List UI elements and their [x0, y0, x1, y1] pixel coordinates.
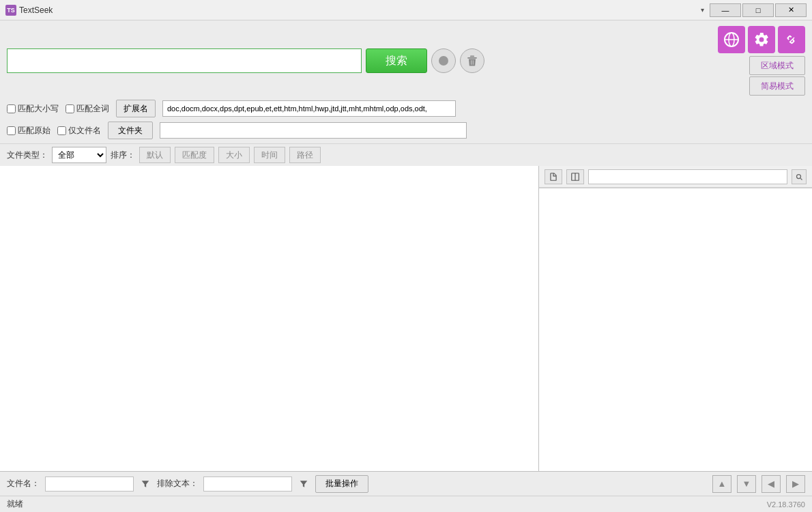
results-next-button[interactable]: ▼: [737, 475, 756, 493]
sort-default-button[interactable]: 默认: [139, 147, 171, 163]
stop-icon: [439, 56, 448, 66]
preview-next-button[interactable]: ▶: [786, 475, 805, 493]
link-icon: [783, 31, 800, 48]
folder-button[interactable]: 文件夹: [108, 122, 153, 139]
right-panel-controls: 区域模式 简易模式: [718, 26, 805, 96]
preview-search-input[interactable]: [588, 169, 787, 184]
exclude-filter-icon[interactable]: [298, 478, 310, 490]
search-input[interactable]: [7, 48, 362, 73]
settings-icon-button[interactable]: [748, 26, 775, 53]
exclude-text-input[interactable]: [203, 477, 292, 492]
preview-prev-button[interactable]: ◀: [762, 475, 781, 493]
preview-toolbar: [539, 166, 812, 188]
batch-operation-button[interactable]: 批量操作: [315, 475, 368, 493]
simple-mode-button[interactable]: 简易模式: [749, 76, 805, 96]
match-whole-word-checkbox[interactable]: [66, 104, 74, 113]
new-document-button[interactable]: [545, 169, 562, 184]
status-bar: 就绪 V2.18.3760: [0, 496, 812, 512]
maximize-button[interactable]: □: [742, 3, 774, 17]
content-area: [0, 166, 812, 471]
filename-only-checkbox[interactable]: [57, 126, 66, 135]
checkbox-group2: 匹配原始 仅文件名: [7, 125, 101, 137]
match-whole-word-label[interactable]: 匹配全词: [66, 103, 109, 115]
app-title: TextSeek: [19, 5, 701, 15]
sort-match-button[interactable]: 匹配度: [175, 147, 214, 163]
delete-button[interactable]: [460, 48, 484, 73]
filename-filter-icon[interactable]: [139, 478, 151, 490]
match-original-checkbox[interactable]: [7, 126, 16, 135]
stop-button[interactable]: [431, 48, 456, 73]
bottom-bar: 文件名： 排除文本： 批量操作 ▲ ▼ ◀ ▶: [0, 471, 812, 496]
mode-icons-row: [718, 26, 805, 53]
sort-path-button[interactable]: 路径: [289, 147, 321, 163]
extension-input[interactable]: [162, 100, 456, 117]
gear-icon: [753, 31, 770, 48]
globe-icon: [723, 31, 740, 48]
link-icon-button[interactable]: [778, 26, 805, 53]
sort-time-button[interactable]: 时间: [254, 147, 285, 163]
title-bar: TS TextSeek ▾ — □ ✕: [0, 0, 812, 20]
close-button[interactable]: ✕: [775, 3, 807, 17]
title-dropdown-arrow[interactable]: ▾: [701, 6, 704, 14]
match-case-checkbox[interactable]: [7, 104, 16, 113]
split-icon: [570, 172, 580, 182]
sort-label: 排序：: [111, 150, 135, 161]
checkbox-group: 匹配大小写 匹配全词: [7, 103, 109, 115]
trash-icon: [465, 54, 479, 68]
window-controls: — □ ✕: [710, 3, 807, 17]
search-icon: [795, 173, 803, 181]
filename-label: 文件名：: [7, 478, 40, 489]
search-button[interactable]: 搜索: [366, 48, 427, 73]
split-view-button[interactable]: [566, 169, 584, 184]
main-content: 搜索: [0, 20, 812, 512]
search-toolbar: 搜索: [0, 20, 812, 100]
preview-search-button[interactable]: [792, 169, 807, 184]
new-document-icon: [549, 172, 558, 182]
folder-input[interactable]: [160, 122, 467, 139]
filename-input[interactable]: [45, 477, 134, 492]
globe-icon-button[interactable]: [718, 26, 745, 53]
extension-button[interactable]: 扩展名: [116, 100, 156, 117]
region-mode-button[interactable]: 区域模式: [749, 56, 805, 75]
file-type-select[interactable]: 全部: [52, 147, 106, 163]
exclude-text-label: 排除文本：: [157, 478, 198, 489]
version-text: V2.18.3760: [767, 500, 805, 509]
match-case-label[interactable]: 匹配大小写: [7, 103, 59, 115]
folder-toolbar: 匹配原始 仅文件名 文件夹: [0, 122, 812, 143]
sort-bar: 文件类型： 全部 排序： 默认 匹配度 大小 时间 路径: [0, 143, 812, 166]
app-icon: TS: [5, 5, 16, 16]
results-prev-button[interactable]: ▲: [712, 475, 731, 493]
preview-content: [539, 188, 812, 471]
status-text: 就绪: [7, 498, 23, 510]
mode-buttons-group: 区域模式 简易模式: [718, 56, 805, 96]
filename-only-label[interactable]: 仅文件名: [57, 125, 101, 137]
preview-panel: [539, 166, 812, 471]
file-type-label: 文件类型：: [7, 150, 48, 161]
sort-size-button[interactable]: 大小: [218, 147, 250, 163]
options-toolbar: 匹配大小写 匹配全词 扩展名: [0, 100, 812, 122]
results-panel[interactable]: [0, 166, 539, 471]
minimize-button[interactable]: —: [710, 3, 741, 17]
match-original-label[interactable]: 匹配原始: [7, 125, 50, 137]
